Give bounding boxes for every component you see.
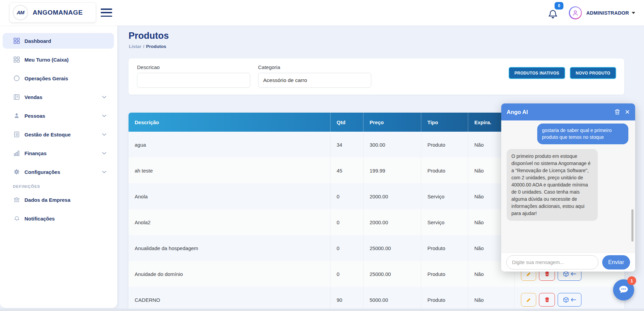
sidebar-item-label: Dashboard — [24, 38, 51, 44]
cell-preco: 199.99 — [363, 158, 421, 183]
sidebar-item-financas[interactable]: Finanças — [3, 145, 114, 161]
list-icon — [13, 131, 20, 137]
cell-tipo: Produto — [421, 261, 468, 287]
sidebar-item-label: Dados da Empresa — [24, 197, 70, 203]
sidebar-item-label: Finanças — [24, 150, 47, 156]
sidebar-item-gestao-de-estoque[interactable]: Gestão de Estoque — [3, 127, 114, 142]
pencil-icon — [526, 297, 531, 303]
chat-send-button[interactable]: Enviar — [602, 255, 630, 269]
sidebar-section-definicoes: DEFINIÇÕES — [13, 184, 117, 189]
app-window: AM ANGOMANAGE 0 — [0, 0, 644, 311]
grid-icon — [13, 38, 20, 44]
cell-qtd: 0 — [331, 261, 363, 287]
chat-scrollbar[interactable] — [631, 209, 633, 242]
sidebar-item-notificacoes[interactable]: Notificações — [3, 211, 114, 226]
brand-monogram-icon: AM — [13, 5, 28, 20]
chat-message-input[interactable] — [506, 255, 598, 269]
column-header-descricao: Descrição — [129, 113, 331, 132]
arrow-left-icon — [571, 272, 576, 276]
bank-icon — [13, 197, 20, 203]
sidebar-item-label: Configurações — [24, 169, 60, 175]
page-title: Produtos — [129, 31, 169, 41]
cell-tipo: Serviço — [421, 183, 468, 209]
chat-bubble-icon — [618, 285, 629, 295]
chevron-down-icon — [102, 133, 106, 136]
breadcrumb-listar[interactable]: Listar — [129, 44, 141, 49]
sidebar-item-label: Meu Turno (Caixa) — [24, 57, 69, 63]
notifications-button[interactable]: 0 — [548, 6, 559, 20]
user-menu[interactable]: ADMINISTRADOR — [586, 10, 635, 16]
chat-title: Ango AI — [507, 109, 528, 115]
sidebar-item-dashboard[interactable]: Dashboard — [3, 33, 114, 49]
brand-logo[interactable]: AM ANGOMANAGE — [10, 2, 96, 22]
ango-ai-chat-widget: Ango AI × gostaria de saber qual e prime… — [501, 103, 635, 272]
trash-icon — [544, 297, 550, 302]
sidebar-item-label: Gestão de Estoque — [24, 132, 71, 137]
cell-qtd: 34 — [331, 132, 363, 158]
bell-icon — [548, 9, 558, 20]
sidebar-item-pessoas[interactable]: Pessoas — [3, 108, 114, 124]
avatar[interactable] — [569, 6, 582, 19]
cell-descricao: ah teste — [129, 158, 331, 183]
cell-tipo: Produto — [421, 235, 468, 261]
cube-icon — [563, 271, 569, 277]
bottom-scrollbar-track[interactable] — [0, 309, 644, 311]
brand-name: ANGOMANAGE — [33, 9, 83, 16]
produtos-inativos-button[interactable]: PRODUTOS INATIVOS — [509, 67, 565, 79]
sidebar-item-configuracoes[interactable]: Configurações — [3, 164, 114, 180]
sidebar-item-vendas[interactable]: Vendas — [3, 89, 114, 105]
filter-card: Descricao Categoria PRODUTOS INATIVOS NO… — [129, 59, 624, 95]
topbar: AM ANGOMANAGE 0 — [0, 0, 644, 26]
novo-produto-button[interactable]: NOVO PRODUTO — [570, 67, 616, 79]
user-icon — [572, 9, 579, 17]
breadcrumb-separator: / — [143, 44, 145, 49]
sidebar-item-meu-turno[interactable]: Meu Turno (Caixa) — [3, 52, 114, 67]
chat-ai-message: O primeiro produto em estoque disponível… — [507, 149, 598, 221]
sidebar: Dashboard Meu Turno (Caixa) Operações Ge… — [0, 26, 117, 308]
menu-toggle-icon[interactable] — [101, 8, 112, 17]
categoria-label: Categoria — [258, 64, 280, 70]
cell-expira: Não — [468, 287, 515, 311]
column-header-preco: Preço — [363, 113, 421, 132]
gear-icon — [13, 169, 20, 175]
cell-qtd: 45 — [331, 158, 363, 183]
bell-icon — [13, 216, 20, 222]
person-icon — [13, 113, 20, 119]
categoria-input[interactable] — [258, 73, 371, 88]
cell-preco: 25000.00 — [363, 235, 421, 261]
cell-qtd: 0 — [331, 183, 363, 209]
cell-tipo: Produto — [421, 158, 468, 183]
cell-descricao: agua — [129, 132, 331, 158]
cell-tipo: Produto — [421, 287, 468, 311]
edit-button[interactable] — [521, 293, 536, 307]
sidebar-item-dados-da-empresa[interactable]: Dados da Empresa — [3, 192, 114, 208]
chevron-down-icon — [102, 96, 106, 99]
cell-qtd: 0 — [331, 235, 363, 261]
pencil-icon — [526, 271, 531, 277]
stock-return-button[interactable] — [558, 293, 581, 307]
chevron-down-icon — [632, 12, 635, 14]
cell-preco: 25000.00 — [363, 261, 421, 287]
chat-clear-button[interactable] — [614, 109, 620, 115]
chat-close-button[interactable]: × — [625, 108, 630, 116]
cell-descricao: Anuidade do domínio — [129, 261, 331, 287]
descricao-label: Descricao — [137, 64, 160, 70]
chat-unread-badge: 1 — [627, 276, 636, 285]
notification-badge: 0 — [555, 2, 563, 10]
chat-launcher-button[interactable]: 1 — [613, 279, 634, 300]
cell-acoes — [515, 287, 624, 311]
chat-messages: gostaria de saber qual e primeiro produt… — [501, 120, 635, 252]
cell-qtd: 90 — [331, 287, 363, 311]
table-row: CADERNO 90 5000.00 Produto Não — [129, 287, 624, 311]
descricao-input[interactable] — [137, 73, 250, 88]
sidebar-item-label: Vendas — [24, 94, 43, 100]
cube-icon — [563, 297, 569, 303]
cell-preco: 300.00 — [363, 132, 421, 158]
delete-button[interactable] — [539, 293, 555, 307]
cell-qtd: 0 — [331, 209, 363, 235]
chevron-down-icon — [102, 170, 106, 174]
grid-icon — [13, 56, 20, 63]
sidebar-item-operacoes-gerais[interactable]: Operações Gerais — [3, 70, 114, 86]
chat-header[interactable]: Ango AI × — [501, 103, 635, 120]
cell-tipo: Serviço — [421, 209, 468, 235]
